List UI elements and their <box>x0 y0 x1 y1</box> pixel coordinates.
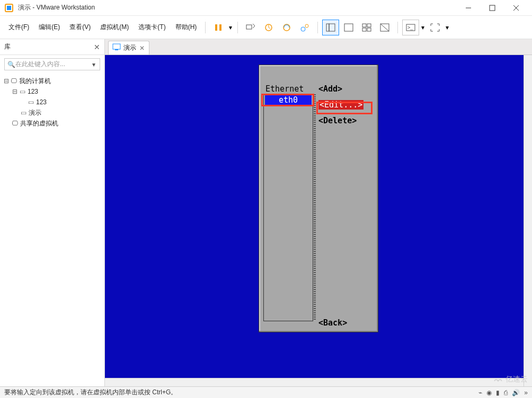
content-area: 演示 ✕ Ethernet eth0 <Add> <box>105 39 532 386</box>
tui-delete-button[interactable]: <Delete> <box>318 116 374 125</box>
tui-add-button[interactable]: <Add> <box>318 84 374 94</box>
svg-rect-3 <box>490 5 495 11</box>
tui-interface-eth0[interactable]: eth0 <box>265 95 312 105</box>
menu-edit[interactable]: 编辑(E) <box>34 21 64 34</box>
tab-demo[interactable]: 演示 ✕ <box>108 41 149 55</box>
svg-rect-25 <box>115 49 118 50</box>
status-sound-icon[interactable]: 🔊 <box>512 389 520 396</box>
tui-scrollbar[interactable] <box>314 94 316 321</box>
maximize-button[interactable] <box>480 0 504 16</box>
tree-node-123-child[interactable]: ▭ 123 <box>2 97 102 107</box>
tui-dialog: Ethernet eth0 <Add> <Edit...> <Delete> <… <box>259 65 378 332</box>
svg-rect-1 <box>7 6 11 10</box>
view-single-icon[interactable] <box>322 20 339 35</box>
menu-help[interactable]: 帮助(H) <box>171 21 201 34</box>
svg-point-12 <box>305 24 308 28</box>
view-thumbnail-icon[interactable] <box>358 20 375 35</box>
fullscreen-icon[interactable] <box>427 20 444 35</box>
sidebar: 库 ✕ 🔍 在此处键入内容... ▾ ⊟ 🖵 我的计算机 ⊟ ▭ 123 ▭ <box>0 39 105 386</box>
svg-point-10 <box>283 24 290 31</box>
separator <box>397 22 398 33</box>
svg-line-21 <box>380 24 389 31</box>
svg-rect-16 <box>362 24 366 27</box>
separator <box>205 22 206 33</box>
status-disk-icon[interactable]: ⌁ <box>478 389 482 396</box>
svg-point-11 <box>301 27 305 31</box>
status-floppy-icon[interactable]: ▮ <box>496 389 500 396</box>
search-icon: 🔍 <box>7 61 15 68</box>
send-ctrl-alt-del-icon[interactable] <box>242 20 259 35</box>
separator <box>317 22 318 33</box>
app-icon <box>4 3 14 13</box>
tui-back-button[interactable]: <Back> <box>318 318 374 328</box>
status-text: 要将输入定向到该虚拟机，请在虚拟机内部单击或按 Ctrl+G。 <box>4 388 177 397</box>
minimize-button[interactable] <box>456 0 480 16</box>
sidebar-search[interactable]: 🔍 在此处键入内容... ▾ <box>4 58 100 70</box>
watermark: 亿速云 <box>493 375 528 384</box>
vm-running-icon: ▭ <box>19 109 28 116</box>
tui-section-header: Ethernet <box>263 84 313 94</box>
status-cd-icon[interactable]: ◉ <box>486 389 492 396</box>
search-dropdown-icon[interactable]: ▾ <box>90 61 97 68</box>
svg-text:>_: >_ <box>407 25 413 30</box>
snapshot-take-icon[interactable] <box>260 20 277 35</box>
snapshot-revert-icon[interactable] <box>278 20 295 35</box>
computer-icon: 🖵 <box>10 77 18 85</box>
title-bar: 演示 - VMware Workstation <box>0 0 532 16</box>
tree-node-123[interactable]: ⊟ ▭ 123 <box>2 86 102 97</box>
fullscreen-dropdown[interactable]: ▾ <box>445 24 450 31</box>
tui-interface-list[interactable]: eth0 <box>263 94 313 321</box>
view-no-sidebar-icon[interactable] <box>340 20 357 35</box>
tui-edit-button[interactable]: <Edit...> <box>318 100 363 110</box>
svg-rect-15 <box>344 24 353 31</box>
tree-my-computer[interactable]: ⊟ 🖵 我的计算机 <box>2 76 102 86</box>
tab-label: 演示 <box>123 43 136 52</box>
pause-button[interactable] <box>210 20 227 35</box>
status-network-icon[interactable]: ⎙ <box>504 389 508 396</box>
svg-rect-7 <box>219 24 221 31</box>
menu-vm[interactable]: 虚拟机(M) <box>96 21 133 34</box>
menu-file[interactable]: 文件(F) <box>4 21 33 34</box>
separator <box>237 22 238 33</box>
horizontal-scrollbar[interactable] <box>105 378 524 386</box>
console-dropdown[interactable]: ▾ <box>420 24 425 31</box>
vm-tree: ⊟ 🖵 我的计算机 ⊟ ▭ 123 ▭ 123 ▭ 演示 <box>0 74 104 131</box>
svg-rect-19 <box>367 28 371 31</box>
tab-strip: 演示 ✕ <box>105 39 532 55</box>
window-controls <box>456 0 528 16</box>
shared-icon: 🖵 <box>11 120 19 127</box>
window-title: 演示 - VMware Workstation <box>18 3 95 12</box>
pause-dropdown[interactable]: ▾ <box>228 24 233 31</box>
svg-rect-6 <box>215 24 217 31</box>
svg-rect-14 <box>329 24 335 31</box>
collapse-icon[interactable]: ⊟ <box>12 88 18 95</box>
close-button[interactable] <box>504 0 528 16</box>
view-unity-icon[interactable] <box>376 20 393 35</box>
vm-tab-icon <box>113 44 120 52</box>
tree-shared-vms[interactable]: 🖵 共享的虚拟机 <box>2 118 102 129</box>
svg-rect-18 <box>362 28 366 31</box>
svg-rect-24 <box>113 44 120 49</box>
sidebar-close-button[interactable]: ✕ <box>94 43 100 51</box>
status-bar: 要将输入定向到该虚拟机，请在虚拟机内部单击或按 Ctrl+G。 ⌁ ◉ ▮ ⎙ … <box>0 386 532 398</box>
search-placeholder: 在此处键入内容... <box>15 60 90 69</box>
status-icons: ⌁ ◉ ▮ ⎙ 🔊 » <box>478 389 528 396</box>
menu-bar: 文件(F) 编辑(E) 查看(V) 虚拟机(M) 选项卡(T) 帮助(H) ▾ … <box>0 16 532 39</box>
vm-icon: ▭ <box>26 98 35 106</box>
menu-view[interactable]: 查看(V) <box>65 21 95 34</box>
vm-icon: ▭ <box>18 88 26 95</box>
sidebar-title: 库 <box>4 42 11 51</box>
vm-display[interactable]: Ethernet eth0 <Add> <Edit...> <Delete> <… <box>105 55 532 386</box>
snapshot-manager-icon[interactable] <box>296 20 313 35</box>
svg-rect-8 <box>246 25 252 29</box>
tree-node-demo[interactable]: ▭ 演示 <box>2 107 102 118</box>
svg-rect-13 <box>326 24 329 31</box>
collapse-icon[interactable]: ⊟ <box>3 77 10 85</box>
status-menu-icon[interactable]: » <box>524 389 528 396</box>
tab-close-icon[interactable]: ✕ <box>139 44 145 52</box>
svg-rect-17 <box>367 24 371 27</box>
menu-tabs[interactable]: 选项卡(T) <box>134 21 170 34</box>
console-view-icon[interactable]: >_ <box>402 20 419 35</box>
vertical-scrollbar[interactable] <box>524 55 532 386</box>
